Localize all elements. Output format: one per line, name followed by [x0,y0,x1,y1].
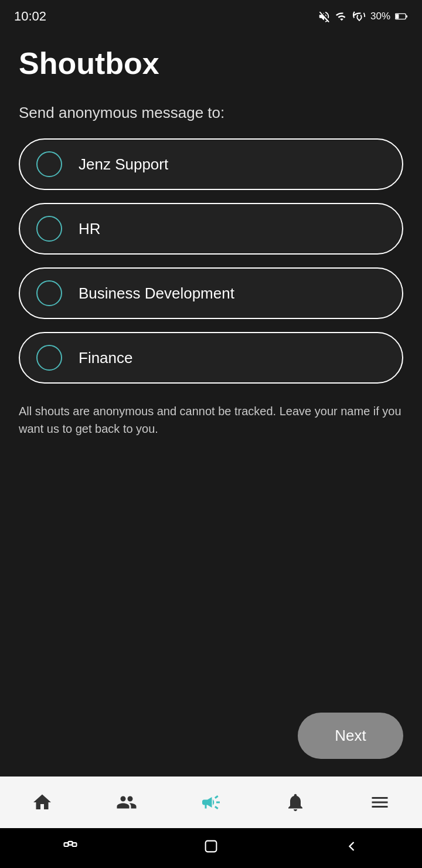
svg-rect-5 [73,843,77,846]
wifi-icon [335,10,348,23]
signal-icon [353,10,366,23]
recipient-option-finance[interactable]: Finance [19,332,403,384]
next-button[interactable]: Next [298,713,403,759]
status-icons: 30% [318,10,408,23]
megaphone-icon [200,792,222,813]
people-icon [116,792,137,813]
nav-item-people[interactable] [107,787,147,818]
radio-hr [36,216,62,242]
nav-item-menu[interactable] [360,787,400,818]
svg-rect-3 [64,843,69,846]
svg-rect-1 [396,14,399,18]
bottom-nav [0,777,422,828]
hamburger-icon [369,792,390,813]
svg-rect-2 [406,15,407,18]
radio-jenz-support [36,151,62,177]
radio-finance [36,345,62,371]
status-time: 10:02 [14,9,46,24]
recipient-option-hr[interactable]: HR [19,203,403,255]
mute-icon [318,10,331,23]
recipient-option-jenz-support[interactable]: Jenz Support [19,138,403,190]
recipient-option-business-development[interactable]: Business Development [19,267,403,319]
svg-rect-4 [69,842,73,845]
main-content: Shoutbox Send anonymous message to: Jenz… [0,30,422,777]
nav-item-home[interactable] [22,787,62,818]
status-bar: 10:02 30% [0,0,422,30]
next-button-row: Next [19,713,403,765]
svg-rect-6 [206,841,217,852]
android-nav-recents[interactable] [62,838,79,858]
nav-item-shoutbox[interactable] [191,787,231,818]
send-label: Send anonymous message to: [19,104,403,122]
bell-icon [285,792,306,813]
radio-business-development [36,280,62,306]
battery-icon [395,12,408,21]
android-nav-back[interactable] [343,838,360,858]
home-icon [32,792,53,813]
android-nav-home[interactable] [203,838,219,858]
android-nav-bar [0,828,422,868]
nav-item-notifications[interactable] [275,787,315,818]
battery-percent: 30% [370,11,390,22]
recipient-label-finance: Finance [79,349,133,367]
app-title: Shoutbox [19,47,403,80]
recipient-label-hr: HR [79,220,101,238]
recipient-label-business-development: Business Development [79,284,234,303]
recipient-label-jenz-support: Jenz Support [79,155,168,174]
disclaimer-text: All shouts are anonymous and cannot be t… [19,402,403,438]
